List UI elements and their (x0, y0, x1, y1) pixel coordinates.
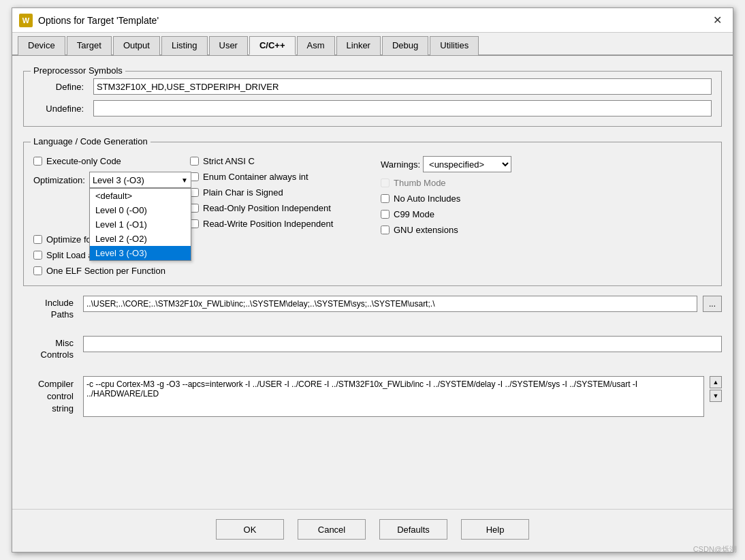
optimization-label: Optimization: (33, 175, 85, 185)
language-group: Language / Code Generation Execute-only … (23, 142, 722, 286)
strict-ansi-row: Strict ANSI C (190, 156, 381, 166)
c99-mode-row: C99 Mode (381, 209, 571, 219)
define-row: Define: (33, 78, 712, 95)
include-paths-row: IncludePaths ... (23, 296, 722, 321)
read-only-pos-row: Read-Only Position Independent (190, 203, 381, 213)
no-auto-includes-row: No Auto Includes (381, 193, 571, 204)
execute-only-row: Execute-only Code (33, 156, 190, 166)
lang-col3: Warnings: <unspecified> Thumb Mode No Au… (381, 156, 571, 276)
title-bar-left: W Options for Target 'Template' (19, 14, 159, 27)
dropdown-arrow-icon: ▼ (181, 176, 188, 184)
c99-mode-label: C99 Mode (394, 209, 434, 219)
include-paths-browse[interactable]: ... (703, 296, 722, 312)
read-write-pos-checkbox[interactable] (190, 219, 199, 228)
app-icon: W (19, 14, 33, 27)
define-label: Define: (33, 82, 88, 92)
plain-char-checkbox[interactable] (190, 188, 199, 197)
ok-button[interactable]: OK (216, 519, 284, 540)
optimize-time-checkbox[interactable] (33, 235, 42, 244)
compiler-scrollbar: ▲ ▼ (710, 376, 722, 402)
tab-listing[interactable]: Listing (161, 36, 208, 55)
compiler-row: Compilercontrolstring -c --cpu Cortex-M3… (23, 376, 722, 417)
one-elf-checkbox[interactable] (33, 266, 42, 275)
tab-user[interactable]: User (209, 36, 248, 55)
plain-char-label: Plain Char is Signed (203, 187, 283, 198)
opt-o2[interactable]: Level 2 (-O2) (90, 232, 191, 246)
split-load-checkbox[interactable] (33, 251, 42, 260)
bottom-bar: OK Cancel Defaults Help (12, 509, 733, 552)
one-elf-row: One ELF Section per Function (33, 266, 190, 276)
optimization-select-display[interactable]: Level 3 (-O3) ▼ (89, 172, 191, 188)
thumb-mode-row: Thumb Mode (381, 178, 571, 188)
warnings-label: Warnings: (381, 159, 420, 170)
misc-controls-row: MiscControls (23, 336, 722, 361)
undefine-input[interactable] (93, 100, 712, 116)
no-auto-includes-checkbox[interactable] (381, 194, 390, 203)
warnings-select[interactable]: <unspecified> (423, 156, 511, 172)
dialog-title: Options for Target 'Template' (38, 15, 159, 26)
one-elf-label: One ELF Section per Function (46, 266, 165, 276)
lang-col2: Strict ANSI C Enum Container always int … (190, 156, 381, 276)
include-paths-input[interactable] (83, 296, 697, 312)
dialog-window: W Options for Target 'Template' ✕ Device… (12, 7, 733, 553)
opt-o1[interactable]: Level 1 (-O1) (90, 217, 191, 232)
enum-container-label: Enum Container always int (203, 172, 308, 182)
optimization-row: Optimization: Level 3 (-O3) ▼ <default> … (33, 172, 190, 188)
watermark: CSDN@烁湖 (693, 544, 737, 555)
opt-o3[interactable]: Level 3 (-O3) (90, 246, 191, 260)
thumb-mode-checkbox[interactable] (381, 178, 390, 187)
execute-only-checkbox[interactable] (33, 157, 42, 166)
undefine-row: Undefine: (33, 100, 712, 116)
undefine-label: Undefine: (33, 104, 88, 114)
tab-device[interactable]: Device (18, 36, 65, 55)
opt-default[interactable]: <default> (90, 189, 191, 203)
tab-debug[interactable]: Debug (382, 36, 428, 55)
title-bar: W Options for Target 'Template' ✕ (12, 8, 733, 33)
lang-col1: Execute-only Code Optimization: Level 3 … (33, 156, 190, 276)
language-group-title: Language / Code Generation (31, 136, 150, 146)
no-auto-includes-label: No Auto Includes (394, 193, 460, 204)
compiler-textarea[interactable]: -c --cpu Cortex-M3 -g -O3 --apcs=interwo… (83, 376, 704, 417)
tab-cpp[interactable]: C/C++ (249, 36, 296, 55)
misc-controls-input[interactable] (83, 336, 722, 352)
tab-output[interactable]: Output (113, 36, 160, 55)
defaults-button[interactable]: Defaults (379, 519, 447, 540)
execute-only-label: Execute-only Code (46, 156, 121, 166)
scroll-down-btn[interactable]: ▼ (710, 390, 722, 402)
compiler-label: Compilercontrolstring (23, 376, 78, 416)
gnu-extensions-row: GNU extensions (381, 225, 571, 235)
language-grid: Execute-only Code Optimization: Level 3 … (33, 149, 712, 276)
tab-asm[interactable]: Asm (297, 36, 335, 55)
optimization-selected-value: Level 3 (-O3) (93, 175, 144, 185)
gnu-extensions-checkbox[interactable] (381, 225, 390, 234)
preprocessor-group: Preprocessor Symbols Define: Undefine: (23, 71, 722, 127)
include-paths-label: IncludePaths (23, 296, 78, 321)
warnings-row: Warnings: <unspecified> (381, 156, 571, 172)
tab-utilities[interactable]: Utilities (430, 36, 479, 55)
tab-linker[interactable]: Linker (336, 36, 381, 55)
read-only-pos-label: Read-Only Position Independent (203, 203, 331, 213)
strict-ansi-label: Strict ANSI C (203, 156, 255, 166)
opt-o0[interactable]: Level 0 (-O0) (90, 203, 191, 217)
read-only-pos-checkbox[interactable] (190, 204, 199, 213)
tab-bar: Device Target Output Listing User C/C++ … (12, 33, 733, 56)
help-button[interactable]: Help (461, 519, 529, 540)
optimization-dropdown-wrapper: Level 3 (-O3) ▼ <default> Level 0 (-O0) … (89, 172, 191, 188)
preprocessor-group-title: Preprocessor Symbols (31, 65, 125, 76)
thumb-mode-label: Thumb Mode (394, 178, 446, 188)
read-write-pos-row: Read-Write Position Independent (190, 219, 381, 229)
define-input[interactable] (93, 78, 712, 95)
close-button[interactable]: ✕ (709, 12, 726, 28)
gnu-extensions-label: GNU extensions (394, 225, 458, 235)
enum-container-checkbox[interactable] (190, 172, 199, 181)
misc-controls-label: MiscControls (23, 336, 78, 361)
tab-target[interactable]: Target (67, 36, 112, 55)
c99-mode-checkbox[interactable] (381, 210, 390, 219)
plain-char-row: Plain Char is Signed (190, 187, 381, 198)
enum-container-row: Enum Container always int (190, 172, 381, 182)
read-write-pos-label: Read-Write Position Independent (203, 219, 333, 229)
optimization-dropdown-list: <default> Level 0 (-O0) Level 1 (-O1) Le… (89, 188, 191, 261)
strict-ansi-checkbox[interactable] (190, 157, 199, 166)
scroll-up-btn[interactable]: ▲ (710, 376, 722, 388)
cancel-button[interactable]: Cancel (298, 519, 366, 540)
